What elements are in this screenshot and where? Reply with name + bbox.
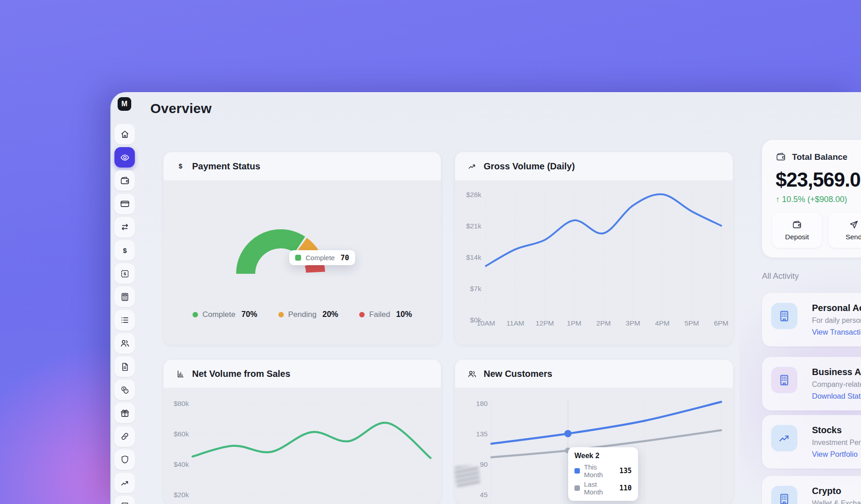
activity-card-personal[interactable]: Personal AccountFor daily personalView T… <box>762 293 861 346</box>
link-icon <box>120 431 130 441</box>
net-volume-header: Net Volume from Sales <box>163 360 441 388</box>
activity-tile <box>771 303 797 329</box>
gross-volume-header: Gross Volume (Daily) <box>455 152 733 180</box>
activity-card-business[interactable]: Business AccountCompany-relatedDownload … <box>762 357 861 410</box>
users-icon <box>467 369 477 379</box>
activity-title: Business Account <box>812 367 861 377</box>
screen: M Overview $$ $ Payment Status Complete … <box>0 0 861 504</box>
building-icon <box>777 309 791 323</box>
sidebar-item-lists[interactable] <box>114 310 135 331</box>
balance-amount: $23,569.00 <box>776 168 861 191</box>
sidebar-item-links[interactable] <box>114 426 135 447</box>
gross-volume-title: Gross Volume (Daily) <box>484 161 575 172</box>
activity-tile <box>771 367 797 393</box>
new-customers-header: New Customers <box>455 360 733 388</box>
gift-icon <box>120 408 130 418</box>
deposit-button[interactable]: Deposit <box>772 212 822 248</box>
tooltip-row-this-month: This Month135 <box>574 463 632 479</box>
dollar-icon: $ <box>176 162 185 171</box>
building-icon <box>777 492 791 504</box>
users-icon <box>120 338 130 348</box>
activity-link[interactable]: View Portfolio <box>812 450 858 459</box>
activity-tile <box>771 486 797 504</box>
total-balance-card: Total Balance $23,569.00 ↑ 10.5% (+$908.… <box>762 140 861 257</box>
balance-delta: ↑ 10.5% (+$908.00) <box>776 195 861 204</box>
wallet-icon <box>792 220 802 230</box>
tooltip-value: 70 <box>341 253 349 262</box>
sidebar-item-wallet[interactable] <box>114 170 135 191</box>
complete-swatch <box>295 255 301 261</box>
shield-icon <box>120 455 130 464</box>
trend-icon <box>120 478 130 488</box>
calculator-icon <box>120 292 130 302</box>
net-volume-card: Net Volume from Sales $80k$60k$40k$20k <box>163 360 441 504</box>
coins-icon <box>120 385 130 395</box>
send-label: Send <box>846 233 861 241</box>
activity-card-crypto[interactable]: CryptoWallet & Exchange <box>762 476 861 504</box>
list-icon <box>120 315 130 325</box>
sidebar-item-invoices[interactable]: $ <box>114 263 135 284</box>
sidebar-item-cards[interactable] <box>114 194 135 214</box>
app-logo[interactable]: M <box>118 97 131 111</box>
activity-title: Crypto <box>812 486 861 496</box>
payment-status-card: $ Payment Status Complete 70 Complete70%… <box>163 152 441 345</box>
send-button[interactable]: Send <box>828 212 861 248</box>
legend-dot <box>359 312 365 317</box>
legend-value: 10% <box>396 310 412 319</box>
sidebar-item-documents[interactable] <box>114 356 135 377</box>
activity-subtitle: Company-related <box>812 380 861 389</box>
activity-subtitle: For daily personal <box>812 316 861 325</box>
activity-link[interactable]: Download Statement <box>812 392 861 400</box>
bar-chart-icon <box>176 369 185 379</box>
sidebar-item-payments[interactable]: $ <box>114 240 135 261</box>
new-customers-title: New Customers <box>484 369 552 379</box>
legend-item-pending: Pending20% <box>278 310 338 319</box>
payment-status-legend: Complete70%Pending20%Failed10% <box>163 310 441 319</box>
sidebar-item-transfers[interactable] <box>114 217 135 237</box>
activity-subtitle: Investment Performance <box>812 439 861 447</box>
svg-text:$: $ <box>123 247 127 254</box>
legend-label: Pending <box>288 310 317 319</box>
dollar-icon: $ <box>120 246 130 256</box>
activity-subtitle: Wallet & Exchange <box>812 499 861 504</box>
legend-value: 70% <box>241 310 257 319</box>
net-volume-body <box>163 388 441 504</box>
activity-link[interactable]: View Transaction <box>812 328 861 336</box>
wallet-icon <box>120 176 130 186</box>
balance-label: Total Balance <box>792 152 847 162</box>
sidebar-item-home[interactable] <box>114 124 135 144</box>
legend-label: Complete <box>203 310 236 319</box>
trend-icon <box>777 431 791 445</box>
deposit-label: Deposit <box>785 233 809 241</box>
transfer-icon <box>120 222 130 232</box>
sidebar-item-trends[interactable] <box>114 473 135 493</box>
tooltip-row-last-month: Last Month110 <box>574 480 632 496</box>
tooltip-label: Complete <box>306 254 335 262</box>
balance-header: Total Balance <box>776 152 861 162</box>
sidebar-item-coins[interactable] <box>114 380 135 400</box>
sidebar-item-devices[interactable] <box>114 496 135 504</box>
page-title: Overview <box>150 101 212 116</box>
new-customers-card: New Customers 1801359045 Week 2 This Mon… <box>455 360 733 504</box>
sidebar-item-calculator[interactable] <box>114 287 135 307</box>
legend-dot <box>193 312 198 317</box>
svg-text:$: $ <box>124 271 126 276</box>
net-volume-title: Net Volume from Sales <box>192 369 290 379</box>
wallet-icon <box>776 152 786 162</box>
payment-status-title: Payment Status <box>192 161 260 172</box>
legend-dot <box>278 312 284 317</box>
sidebar-item-security[interactable] <box>114 450 135 470</box>
device-icon <box>120 501 130 504</box>
activity-title: Stocks <box>812 425 861 435</box>
gross-volume-body <box>455 180 733 345</box>
tooltip-week-title: Week 2 <box>574 452 632 460</box>
payment-status-header: $ Payment Status <box>163 152 441 180</box>
sidebar-item-customers[interactable] <box>114 333 135 354</box>
legend-item-failed: Failed10% <box>359 310 412 319</box>
credit-card-icon <box>120 199 130 209</box>
activity-card-stocks[interactable]: StocksInvestment PerformanceView Portfol… <box>762 415 861 469</box>
sidebar-item-rewards[interactable] <box>114 403 135 423</box>
eye-icon <box>120 153 130 163</box>
sidebar-item-overview[interactable] <box>114 147 135 168</box>
gross-volume-card: Gross Volume (Daily) $28k$21k$14k$7k$0k1… <box>455 152 733 345</box>
